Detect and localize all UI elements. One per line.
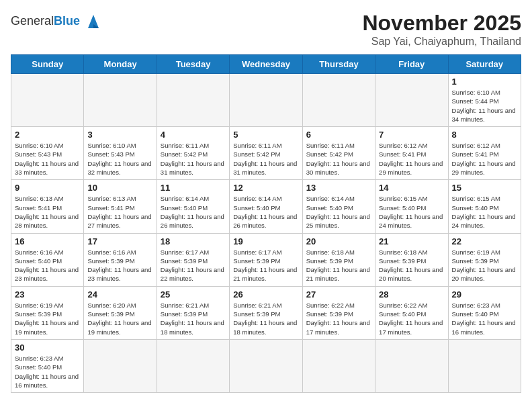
calendar-day [84, 339, 157, 392]
day-info: Sunrise: 6:22 AMSunset: 5:39 PMDaylight:… [306, 301, 371, 336]
calendar-day: 19Sunrise: 6:17 AMSunset: 5:39 PMDayligh… [230, 233, 302, 286]
day-info: Sunrise: 6:10 AMSunset: 5:43 PMDaylight:… [87, 141, 152, 177]
day-number: 8 [452, 130, 517, 140]
calendar-day: 5Sunrise: 6:11 AMSunset: 5:42 PMDaylight… [230, 127, 302, 180]
day-info: Sunrise: 6:13 AMSunset: 5:41 PMDaylight:… [87, 194, 152, 230]
weekday-header-saturday: Saturday [448, 55, 521, 74]
day-number: 21 [379, 236, 444, 246]
day-info: Sunrise: 6:19 AMSunset: 5:39 PMDaylight:… [15, 301, 80, 336]
calendar-day: 15Sunrise: 6:15 AMSunset: 5:40 PMDayligh… [448, 180, 521, 233]
day-info: Sunrise: 6:23 AMSunset: 5:40 PMDaylight:… [15, 354, 80, 390]
day-info: Sunrise: 6:15 AMSunset: 5:40 PMDaylight:… [379, 194, 444, 230]
month-title: November 2025 [362, 11, 521, 36]
calendar-day: 24Sunrise: 6:20 AMSunset: 5:39 PMDayligh… [84, 286, 157, 339]
calendar-day: 6Sunrise: 6:11 AMSunset: 5:42 PMDaylight… [302, 127, 375, 180]
day-number: 13 [306, 183, 371, 193]
calendar-day: 26Sunrise: 6:21 AMSunset: 5:39 PMDayligh… [230, 286, 302, 339]
calendar-day [302, 74, 375, 127]
day-info: Sunrise: 6:16 AMSunset: 5:40 PMDaylight:… [15, 248, 80, 283]
calendar-day: 30Sunrise: 6:23 AMSunset: 5:40 PMDayligh… [11, 339, 84, 392]
day-number: 11 [161, 183, 226, 193]
day-info: Sunrise: 6:11 AMSunset: 5:42 PMDaylight:… [161, 141, 226, 177]
day-info: Sunrise: 6:18 AMSunset: 5:39 PMDaylight:… [379, 248, 444, 283]
calendar-day: 10Sunrise: 6:13 AMSunset: 5:41 PMDayligh… [84, 180, 157, 233]
day-number: 26 [233, 289, 298, 300]
day-info: Sunrise: 6:15 AMSunset: 5:40 PMDaylight:… [452, 194, 517, 230]
day-number: 7 [379, 130, 444, 140]
calendar-day [157, 339, 229, 392]
weekday-header-sunday: Sunday [11, 55, 84, 74]
title-area: November 2025 Sap Yai, Chaiyaphum, Thail… [362, 11, 521, 48]
day-number: 12 [233, 183, 298, 193]
calendar-day [302, 339, 375, 392]
calendar-day: 13Sunrise: 6:14 AMSunset: 5:40 PMDayligh… [302, 180, 375, 233]
calendar-day [448, 339, 521, 392]
day-info: Sunrise: 6:18 AMSunset: 5:39 PMDaylight:… [306, 248, 371, 283]
day-number: 16 [15, 236, 80, 246]
day-info: Sunrise: 6:22 AMSunset: 5:40 PMDaylight:… [379, 301, 444, 336]
day-number: 19 [233, 236, 298, 246]
calendar-day [230, 74, 302, 127]
weekday-header-thursday: Thursday [302, 55, 375, 74]
calendar-day: 11Sunrise: 6:14 AMSunset: 5:40 PMDayligh… [157, 180, 229, 233]
weekday-header-friday: Friday [375, 55, 448, 74]
day-info: Sunrise: 6:16 AMSunset: 5:39 PMDaylight:… [87, 248, 152, 283]
calendar-day [84, 74, 157, 127]
day-number: 30 [15, 342, 80, 353]
day-number: 2 [15, 130, 80, 140]
calendar-day: 2Sunrise: 6:10 AMSunset: 5:43 PMDaylight… [11, 127, 84, 180]
calendar-day: 16Sunrise: 6:16 AMSunset: 5:40 PMDayligh… [11, 233, 84, 286]
calendar-day: 8Sunrise: 6:12 AMSunset: 5:41 PMDaylight… [448, 127, 521, 180]
day-number: 17 [87, 236, 152, 246]
day-number: 3 [87, 130, 152, 140]
calendar-day [375, 339, 448, 392]
calendar-week-5: 23Sunrise: 6:19 AMSunset: 5:39 PMDayligh… [11, 286, 521, 339]
calendar-day [230, 339, 302, 392]
day-info: Sunrise: 6:23 AMSunset: 5:40 PMDaylight:… [452, 301, 517, 336]
calendar-week-3: 9Sunrise: 6:13 AMSunset: 5:41 PMDaylight… [11, 180, 521, 233]
calendar-day: 18Sunrise: 6:17 AMSunset: 5:39 PMDayligh… [157, 233, 229, 286]
location-subtitle: Sap Yai, Chaiyaphum, Thailand [362, 36, 521, 48]
logo-icon [83, 11, 104, 32]
calendar-day: 25Sunrise: 6:21 AMSunset: 5:39 PMDayligh… [157, 286, 229, 339]
day-number: 10 [87, 183, 152, 193]
calendar-header: SundayMondayTuesdayWednesdayThursdayFrid… [11, 55, 521, 74]
calendar-week-4: 16Sunrise: 6:16 AMSunset: 5:40 PMDayligh… [11, 233, 521, 286]
day-info: Sunrise: 6:17 AMSunset: 5:39 PMDaylight:… [161, 248, 226, 283]
weekday-header-tuesday: Tuesday [157, 55, 229, 74]
day-info: Sunrise: 6:21 AMSunset: 5:39 PMDaylight:… [161, 301, 226, 336]
calendar-day: 27Sunrise: 6:22 AMSunset: 5:39 PMDayligh… [302, 286, 375, 339]
day-info: Sunrise: 6:14 AMSunset: 5:40 PMDaylight:… [161, 194, 226, 230]
day-number: 4 [161, 130, 226, 140]
day-info: Sunrise: 6:17 AMSunset: 5:39 PMDaylight:… [233, 248, 298, 283]
calendar-day: 20Sunrise: 6:18 AMSunset: 5:39 PMDayligh… [302, 233, 375, 286]
calendar-day: 7Sunrise: 6:12 AMSunset: 5:41 PMDaylight… [375, 127, 448, 180]
weekday-header-wednesday: Wednesday [230, 55, 302, 74]
day-number: 14 [379, 183, 444, 193]
calendar-day [11, 74, 84, 127]
calendar-day: 21Sunrise: 6:18 AMSunset: 5:39 PMDayligh… [375, 233, 448, 286]
day-info: Sunrise: 6:11 AMSunset: 5:42 PMDaylight:… [306, 141, 371, 177]
day-info: Sunrise: 6:10 AMSunset: 5:44 PMDaylight:… [452, 88, 517, 124]
calendar-day: 12Sunrise: 6:14 AMSunset: 5:40 PMDayligh… [230, 180, 302, 233]
day-info: Sunrise: 6:13 AMSunset: 5:41 PMDaylight:… [15, 194, 80, 230]
day-info: Sunrise: 6:12 AMSunset: 5:41 PMDaylight:… [379, 141, 444, 177]
day-number: 5 [233, 130, 298, 140]
calendar-day: 23Sunrise: 6:19 AMSunset: 5:39 PMDayligh… [11, 286, 84, 339]
day-number: 20 [306, 236, 371, 246]
day-info: Sunrise: 6:10 AMSunset: 5:43 PMDaylight:… [15, 141, 80, 177]
weekday-header-monday: Monday [84, 55, 157, 74]
calendar-week-1: 1Sunrise: 6:10 AMSunset: 5:44 PMDaylight… [11, 74, 521, 127]
day-number: 22 [452, 236, 517, 246]
calendar-day: 14Sunrise: 6:15 AMSunset: 5:40 PMDayligh… [375, 180, 448, 233]
day-number: 27 [306, 289, 371, 300]
calendar-body: 1Sunrise: 6:10 AMSunset: 5:44 PMDaylight… [11, 74, 521, 393]
logo-blue-text: Blue [54, 14, 80, 28]
day-info: Sunrise: 6:21 AMSunset: 5:39 PMDaylight:… [233, 301, 298, 336]
day-number: 29 [452, 289, 517, 300]
weekday-header-row: SundayMondayTuesdayWednesdayThursdayFrid… [11, 55, 521, 74]
calendar-week-2: 2Sunrise: 6:10 AMSunset: 5:43 PMDaylight… [11, 127, 521, 180]
day-info: Sunrise: 6:11 AMSunset: 5:42 PMDaylight:… [233, 141, 298, 177]
calendar-day: 17Sunrise: 6:16 AMSunset: 5:39 PMDayligh… [84, 233, 157, 286]
calendar-day [375, 74, 448, 127]
